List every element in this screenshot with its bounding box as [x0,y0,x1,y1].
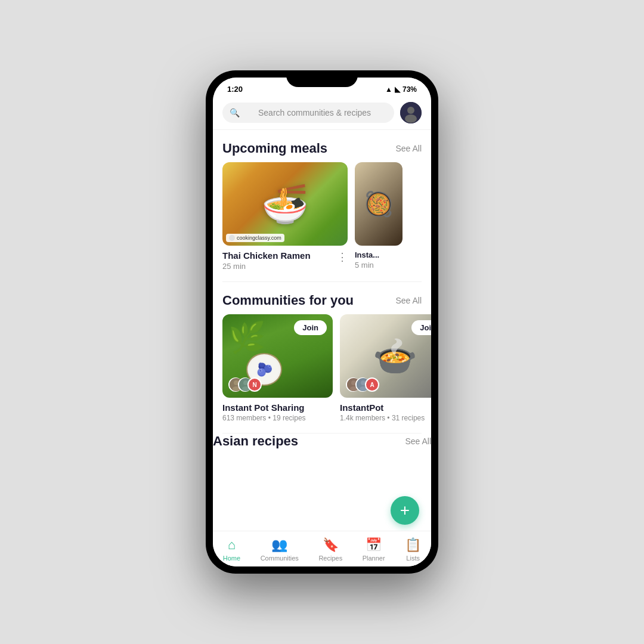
communities-title: Communities for you [222,293,354,308]
meal-time-partial: 5 min [355,259,379,270]
community-image-berries: 🌿 🫐 Join N [222,314,333,398]
meal-info-thai: Thai Chicken Ramen 25 min ⋮ [222,246,348,272]
nav-planner[interactable]: 📅 Planner [363,537,385,562]
meal-info-partial: Insta... 5 min [355,246,402,271]
communities-see-all[interactable]: See All [395,296,422,305]
status-icons: ▲ ◣ 73% [385,85,417,94]
svg-point-2 [405,114,417,123]
fab-button[interactable]: + [391,496,419,525]
community-info-instantpot: InstantPot 1.4k members • 31 recipes [340,398,431,423]
meal-card-partial[interactable]: 🥘 Insta... 5 min [355,162,402,272]
community-card-berries[interactable]: 🌿 🫐 Join N [222,314,333,423]
asian-recipes-header: Asian recipes See All [213,434,431,454]
meals-list: 🍜 cookingclassy.com Thai Chicken Ramen 2… [213,162,431,281]
nav-lists-label: Lists [406,555,420,562]
member-avatar-n: N [247,377,262,392]
community-card-instantpot[interactable]: 🍲 Join A InstantPot [340,314,431,423]
meal-image-partial: 🥘 [355,162,402,246]
battery-icon: 73% [402,85,417,94]
source-dot [229,235,235,241]
recipes-icon: 🔖 [323,537,339,553]
user-avatar[interactable] [400,102,422,123]
wifi-icon: ◣ [395,85,400,94]
join-button-instantpot[interactable]: Join [411,320,431,335]
status-time: 1:20 [227,85,243,94]
community-meta-instantpot: 1.4k members • 31 recipes [340,414,431,422]
join-button-berries[interactable]: Join [294,320,327,335]
planner-icon: 📅 [366,537,382,553]
lists-icon: 📋 [405,537,421,553]
meal-time-thai: 25 min [222,261,311,271]
bottom-nav: ⌂ Home 👥 Communities 🔖 Recipes 📅 Planner… [213,531,431,566]
meal-more-icon-thai[interactable]: ⋮ [337,250,348,264]
nav-home[interactable]: ⌂ Home [223,537,240,562]
meal-name-partial: Insta... [355,250,379,259]
member-avatars-berries: N [228,377,257,392]
search-bar[interactable]: 🔍 Search communities & recipes [222,103,394,123]
community-info-berries: Instant Pot Sharing 613 members • 19 rec… [222,398,333,423]
nav-home-label: Home [223,555,240,562]
asian-recipes-title: Asian recipes [213,434,298,449]
meal-image-thai: 🍜 cookingclassy.com [222,162,348,246]
community-image-instantpot: 🍲 Join A [340,314,431,398]
search-container: 🔍 Search communities & recipes [213,96,431,130]
svg-point-1 [407,107,414,114]
communities-header: Communities for you See All [213,282,431,314]
nav-lists[interactable]: 📋 Lists [405,537,421,562]
communities-list: 🌿 🫐 Join N [213,314,431,433]
source-text: cookingclassy.com [237,235,281,241]
community-name-berries: Instant Pot Sharing [222,402,333,413]
phone-notch [286,70,358,87]
nav-recipes[interactable]: 🔖 Recipes [318,537,342,562]
signal-icon: ▲ [385,85,392,94]
nav-communities-label: Communities [261,555,299,562]
member-avatar-a: A [365,377,379,392]
search-placeholder: Search communities & recipes [244,108,371,117]
search-icon: 🔍 [230,108,240,117]
nav-planner-label: Planner [363,555,385,562]
meal-source-badge-thai: cookingclassy.com [226,234,284,242]
meal-name-thai: Thai Chicken Ramen [222,250,311,261]
nav-recipes-label: Recipes [318,555,342,562]
phone-frame: 1:20 ▲ ◣ 73% 🔍 Search communities & reci… [206,70,438,574]
community-name-instantpot: InstantPot [340,402,431,413]
member-avatars-instantpot: A [346,377,374,392]
communities-icon: 👥 [271,537,287,553]
asian-recipes-see-all[interactable]: See All [405,436,431,446]
community-meta-berries: 613 members • 19 recipes [222,414,333,422]
phone-screen: 1:20 ▲ ◣ 73% 🔍 Search communities & reci… [213,78,431,566]
home-icon: ⌂ [228,537,236,553]
upcoming-meals-title: Upcoming meals [222,141,327,156]
meal-card-thai[interactable]: 🍜 cookingclassy.com Thai Chicken Ramen 2… [222,162,348,272]
upcoming-meals-header: Upcoming meals See All [213,130,431,162]
nav-communities[interactable]: 👥 Communities [261,537,299,562]
upcoming-meals-see-all[interactable]: See All [395,144,422,153]
